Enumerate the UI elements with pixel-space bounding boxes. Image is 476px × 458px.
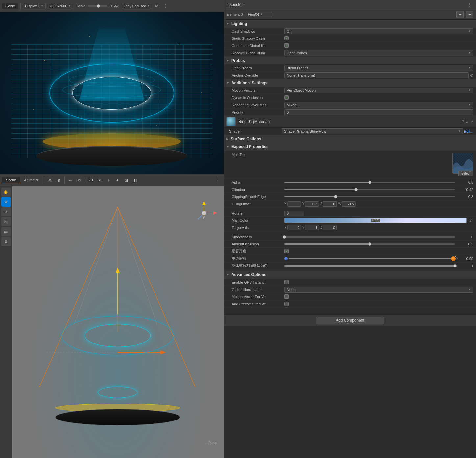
apha-value: 0.5	[457, 180, 473, 184]
tilling-w-field: W -0.5	[338, 201, 355, 207]
rendering-layer-dropdown[interactable]: Mixed... ▼	[284, 102, 473, 108]
kaifei-checkbox[interactable]	[284, 249, 289, 253]
play-mode-dropdown[interactable]: Play Focused ▼	[122, 3, 152, 9]
smoothness-value: 0	[457, 235, 473, 239]
hand-tool[interactable]: ✋	[1, 188, 11, 197]
gpu-row: Enable GPU Instanci	[224, 279, 476, 286]
ring-dropdown-arrow: ▼	[260, 13, 263, 16]
scene-overlay[interactable]: ◧	[131, 176, 139, 184]
eyedropper-icon[interactable]: 🖉	[469, 218, 473, 223]
smoothness-slider[interactable]	[284, 236, 455, 238]
clipping-thumb[interactable]	[354, 188, 358, 191]
inspector-panel: Inspector ⋮ Element 0 Ring04 ▼ + − ▼ Lig…	[224, 0, 476, 458]
target-z-val[interactable]: 0	[323, 225, 337, 230]
priority-field[interactable]: 0	[284, 109, 473, 115]
motion-vectors-dropdown[interactable]: Per Object Motion ▼	[284, 88, 473, 93]
ring-dropdown[interactable]: Ring04 ▼	[246, 12, 272, 17]
tilling-y-val[interactable]: 0.3	[305, 201, 319, 207]
scene-gizmos[interactable]: ⊡	[122, 176, 130, 184]
anchor-override-dropdown[interactable]: None (Transform)	[284, 72, 469, 78]
2d-toggle[interactable]: 2D	[87, 176, 95, 184]
contribute-gi-checkbox[interactable]	[284, 43, 289, 48]
tilling-z-val[interactable]: 0	[323, 201, 337, 207]
animator-tab[interactable]: Animator	[20, 177, 42, 183]
ambient-occlusion-slider[interactable]	[284, 243, 455, 245]
cast-shadows-dropdown[interactable]: On ▼	[284, 28, 473, 34]
select-texture-btn[interactable]: Select	[458, 171, 473, 176]
additional-settings-header[interactable]: ▼ Additional Settings	[224, 79, 476, 87]
gpu-checkbox[interactable]	[284, 280, 289, 284]
resolution-dropdown[interactable]: 2000x2000 ▼	[47, 3, 73, 9]
scale-thumb[interactable]	[97, 4, 100, 8]
global-illum-dropdown[interactable]: None ▼	[284, 287, 473, 293]
material-settings-icon[interactable]: ≡	[466, 119, 468, 124]
danbiao-blue-dot[interactable]	[284, 257, 288, 260]
cursor-indicator: ↖	[455, 254, 459, 260]
transform-tool-btn[interactable]: ⊕	[1, 237, 11, 246]
inspector-menu[interactable]: ⋮	[466, 2, 473, 7]
anchor-override-label: Anchor Override	[232, 73, 284, 77]
zonti-thumb[interactable]	[453, 264, 457, 267]
main-color-swatch[interactable]: HDR	[284, 218, 467, 223]
ambient-occlusion-label: AmientOcclusion	[232, 242, 284, 246]
move-tool[interactable]: ↔	[66, 176, 74, 184]
scene-canvas[interactable]: ✋ ✥ ↺ ⇱ ▭ ⊕	[0, 186, 224, 458]
rect-tool-btn[interactable]: ▭	[1, 227, 11, 236]
add-element-btn[interactable]: +	[456, 11, 464, 18]
shader-edit-btn[interactable]: Edit...	[464, 129, 473, 133]
base-platform	[36, 146, 187, 166]
lighting-section-header[interactable]: ▼ Lighting	[224, 20, 476, 28]
add-component-button[interactable]: Add Component	[316, 317, 384, 324]
apha-slider[interactable]	[284, 182, 455, 183]
target-y-val[interactable]: 1	[305, 225, 319, 230]
clipping-smooth-thumb[interactable]	[334, 195, 337, 198]
tilling-x-val[interactable]: 0	[287, 201, 301, 207]
scene-menu[interactable]: ⋮	[214, 178, 222, 183]
material-expand-icon[interactable]: ↗	[470, 119, 473, 124]
transform-tool[interactable]: ✥	[46, 176, 54, 184]
ambient-occlusion-thumb[interactable]	[368, 242, 371, 246]
surface-options-header[interactable]: ▶ Surface Options	[224, 135, 476, 143]
lighting-toggle[interactable]: ☀	[96, 176, 104, 184]
anchor-target-icon[interactable]: ⊙	[470, 73, 473, 78]
scale-tool-btn[interactable]: ⇱	[1, 217, 11, 226]
target-x-val[interactable]: 0	[287, 225, 301, 230]
clipping-slider[interactable]	[284, 189, 455, 190]
gpu-label: Enable GPU Instanci	[232, 280, 284, 284]
apha-thumb[interactable]	[368, 181, 371, 184]
game-view-menu[interactable]: ⋮	[162, 3, 169, 9]
lighting-section-content: Cast Shadows On ▼ Static Shadow Caste Co…	[224, 28, 476, 57]
effects-toggle[interactable]: ✦	[113, 176, 121, 184]
material-help-icon[interactable]: ?	[462, 119, 464, 124]
smoothness-thumb[interactable]	[283, 235, 286, 239]
static-shadow-checkbox[interactable]	[284, 36, 289, 40]
shader-dropdown[interactable]: Shader Graphs/ShinyFlow ▼	[282, 128, 463, 134]
move-tool-btn[interactable]: ✥	[1, 197, 11, 207]
tilling-y-key: Y	[302, 202, 305, 206]
game-tab[interactable]: Game	[2, 3, 18, 9]
audio-toggle[interactable]: ♪	[105, 176, 112, 184]
rotate-input[interactable]: 0	[284, 211, 304, 216]
gizmo-widget[interactable]: y	[191, 200, 217, 226]
rotate-tool[interactable]: ↺	[75, 176, 83, 184]
receive-gi-dropdown[interactable]: Light Probes ▼	[284, 50, 473, 56]
dynamic-occlusion-checkbox[interactable]	[284, 95, 289, 100]
priority-label: Priority	[232, 110, 284, 114]
display-dropdown[interactable]: Display 1 ▼	[23, 3, 46, 9]
danbiao-slider[interactable]: ↖	[289, 258, 455, 259]
light-probes-dropdown[interactable]: Blend Probes ▼	[284, 65, 473, 71]
zonti-slider[interactable]	[284, 265, 455, 267]
exposed-props-header[interactable]: ▼ Exposed Properties	[224, 143, 476, 151]
tilling-w-val[interactable]: -0.5	[342, 201, 356, 207]
remove-element-btn[interactable]: −	[466, 11, 473, 18]
precomputed-checkbox[interactable]	[284, 302, 289, 306]
advanced-options-header[interactable]: ▼ Advanced Options	[224, 271, 476, 279]
motion-vector-checkbox[interactable]	[284, 294, 289, 299]
global-local-toggle[interactable]: ⊕	[55, 176, 63, 184]
rotate-tool-btn[interactable]: ↺	[1, 207, 11, 216]
scene-tab[interactable]: Scene	[2, 177, 20, 183]
apha-fill	[284, 182, 370, 183]
probes-section-header[interactable]: ▼ Probes	[224, 57, 476, 64]
clipping-smooth-slider[interactable]	[284, 196, 455, 197]
game-more-btn[interactable]: M	[154, 3, 160, 9]
